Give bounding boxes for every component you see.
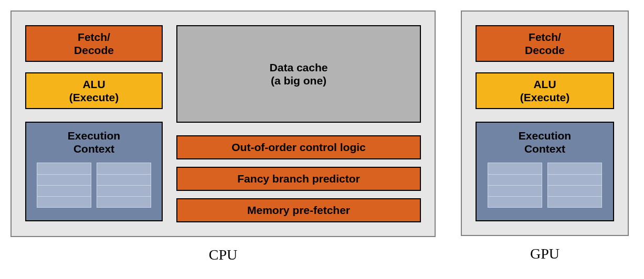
cpu-panel: Fetch/ Decode ALU (Execute) Execution Co… — [10, 10, 436, 237]
gpu-execution-context-box: Execution Context — [476, 122, 614, 221]
cpu-ooo-box: Out-of-order control logic — [176, 135, 421, 159]
gpu-column: Fetch/ Decode ALU (Execute) Execution Co… — [461, 10, 629, 262]
cpu-caption: CPU — [209, 246, 237, 263]
cpu-gpu-diagram: Fetch/ Decode ALU (Execute) Execution Co… — [10, 10, 634, 263]
gpu-fetch-decode-box: Fetch/ Decode — [476, 25, 614, 62]
gpu-exec-label: Execution Context — [519, 129, 571, 155]
register-grid — [488, 163, 542, 208]
cpu-exec-label: Execution Context — [68, 129, 120, 155]
register-grid — [547, 163, 602, 208]
cpu-column: Fetch/ Decode ALU (Execute) Execution Co… — [10, 10, 436, 263]
cpu-execution-context-box: Execution Context — [25, 122, 163, 221]
register-grid — [97, 163, 151, 208]
cpu-prefetcher-box: Memory pre-fetcher — [176, 198, 421, 222]
cpu-alu-box: ALU (Execute) — [25, 72, 163, 109]
register-grid — [37, 163, 91, 208]
cpu-branch-predictor-box: Fancy branch predictor — [176, 167, 421, 191]
gpu-alu-box: ALU (Execute) — [476, 72, 614, 109]
gpu-register-grids — [488, 163, 602, 208]
cpu-data-cache-box: Data cache (a big one) — [176, 25, 421, 123]
gpu-caption: GPU — [530, 245, 559, 262]
cpu-left-column: Fetch/ Decode ALU (Execute) Execution Co… — [25, 25, 163, 222]
cpu-right-column: Data cache (a big one) Out-of-order cont… — [176, 25, 421, 222]
cpu-fetch-decode-box: Fetch/ Decode — [25, 25, 163, 62]
gpu-panel: Fetch/ Decode ALU (Execute) Execution Co… — [461, 10, 629, 236]
cpu-register-grids — [37, 163, 151, 208]
